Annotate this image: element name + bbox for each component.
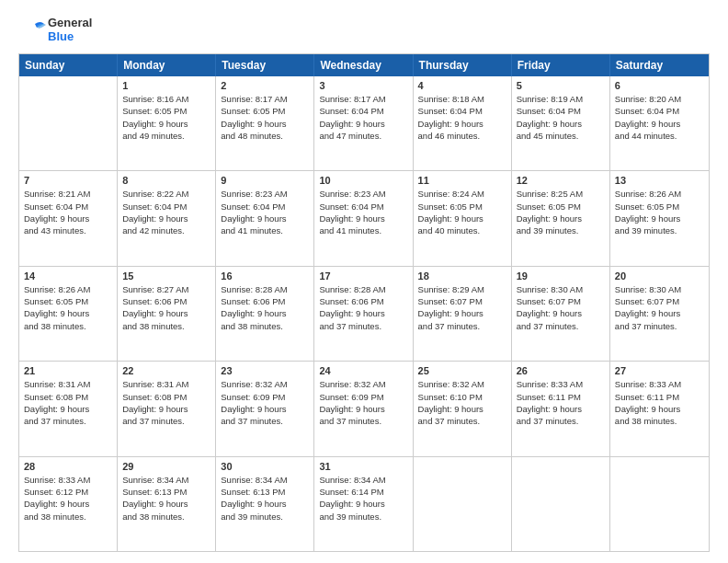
day-of-week-header: Monday (118, 54, 216, 76)
sunset-text: Sunset: 6:04 PM (319, 201, 407, 213)
daylight-line1: Daylight: 9 hours (615, 213, 704, 224)
sunset-text: Sunset: 6:04 PM (418, 105, 506, 117)
daylight-line1: Daylight: 9 hours (221, 118, 309, 130)
daylight-line2: and 37 minutes. (24, 415, 112, 427)
sunrise-text: Sunrise: 8:32 AM (221, 378, 309, 390)
daylight-line1: Daylight: 9 hours (122, 118, 210, 130)
day-number: 9 (221, 175, 309, 186)
sunset-text: Sunset: 6:07 PM (517, 295, 605, 307)
page: General Blue SundayMondayTuesdayWednesda… (0, 0, 728, 563)
daylight-line1: Daylight: 9 hours (122, 403, 210, 415)
daylight-line2: and 48 minutes. (221, 130, 309, 142)
calendar-cell: 31Sunrise: 8:34 AMSunset: 6:14 PMDayligh… (314, 457, 413, 551)
sunrise-text: Sunrise: 8:30 AM (615, 283, 704, 295)
day-number: 31 (319, 461, 407, 472)
daylight-line2: and 49 minutes. (122, 130, 210, 142)
calendar-cell: 19Sunrise: 8:30 AMSunset: 6:07 PMDayligh… (512, 267, 610, 361)
calendar-cell: 14Sunrise: 8:26 AMSunset: 6:05 PMDayligh… (19, 267, 118, 361)
day-number: 24 (319, 365, 407, 376)
calendar-week-row: 7Sunrise: 8:21 AMSunset: 6:04 PMDaylight… (19, 171, 709, 266)
calendar-cell: 24Sunrise: 8:32 AMSunset: 6:09 PMDayligh… (314, 362, 413, 455)
daylight-line2: and 39 minutes. (517, 224, 605, 236)
sunrise-text: Sunrise: 8:33 AM (24, 474, 112, 486)
calendar-cell: 29Sunrise: 8:34 AMSunset: 6:13 PMDayligh… (118, 457, 216, 551)
sunset-text: Sunset: 6:09 PM (319, 391, 407, 403)
daylight-line1: Daylight: 9 hours (615, 118, 704, 130)
logo: General Blue (18, 17, 92, 44)
daylight-line2: and 41 minutes. (221, 224, 309, 236)
daylight-line1: Daylight: 9 hours (221, 403, 309, 415)
day-of-week-header: Thursday (414, 54, 512, 76)
sunset-text: Sunset: 6:04 PM (24, 201, 112, 213)
sunset-text: Sunset: 6:06 PM (319, 295, 407, 307)
day-number: 25 (418, 365, 506, 376)
daylight-line1: Daylight: 9 hours (418, 403, 506, 415)
day-number: 5 (517, 80, 605, 91)
day-number: 7 (24, 175, 112, 186)
calendar-cell (512, 457, 610, 551)
daylight-line2: and 39 minutes. (319, 511, 407, 523)
daylight-line1: Daylight: 9 hours (122, 307, 210, 319)
calendar-cell: 16Sunrise: 8:28 AMSunset: 6:06 PMDayligh… (216, 267, 314, 361)
sunrise-text: Sunrise: 8:23 AM (319, 188, 407, 200)
calendar: SundayMondayTuesdayWednesdayThursdayFrid… (18, 53, 710, 552)
daylight-line1: Daylight: 9 hours (221, 307, 309, 319)
sunrise-text: Sunrise: 8:34 AM (122, 474, 210, 486)
day-of-week-header: Friday (512, 54, 610, 76)
daylight-line2: and 46 minutes. (418, 130, 506, 142)
calendar-cell: 23Sunrise: 8:32 AMSunset: 6:09 PMDayligh… (216, 362, 314, 455)
sunset-text: Sunset: 6:05 PM (418, 201, 506, 213)
daylight-line2: and 38 minutes. (24, 320, 112, 332)
logo-line1: General (48, 17, 92, 30)
daylight-line2: and 45 minutes. (517, 130, 605, 142)
calendar-cell: 10Sunrise: 8:23 AMSunset: 6:04 PMDayligh… (314, 171, 413, 265)
sunrise-text: Sunrise: 8:19 AM (517, 93, 605, 105)
daylight-line1: Daylight: 9 hours (418, 118, 506, 130)
calendar-cell: 20Sunrise: 8:30 AMSunset: 6:07 PMDayligh… (610, 267, 709, 361)
sunrise-text: Sunrise: 8:31 AM (24, 378, 112, 390)
day-number: 21 (24, 365, 112, 376)
daylight-line2: and 37 minutes. (122, 415, 210, 427)
calendar-cell: 5Sunrise: 8:19 AMSunset: 6:04 PMDaylight… (512, 76, 610, 170)
sunset-text: Sunset: 6:12 PM (24, 486, 112, 498)
sunrise-text: Sunrise: 8:34 AM (319, 474, 407, 486)
daylight-line2: and 37 minutes. (319, 320, 407, 332)
day-number: 20 (615, 270, 704, 282)
sunset-text: Sunset: 6:04 PM (319, 105, 407, 117)
sunrise-text: Sunrise: 8:22 AM (122, 188, 210, 200)
day-number: 3 (319, 80, 407, 91)
daylight-line2: and 44 minutes. (615, 130, 704, 142)
day-number: 1 (122, 80, 210, 91)
day-number: 27 (615, 365, 704, 376)
calendar-week-row: 1Sunrise: 8:16 AMSunset: 6:05 PMDaylight… (19, 76, 709, 171)
logo-line2: Blue (48, 30, 92, 44)
sunrise-text: Sunrise: 8:26 AM (24, 283, 112, 295)
sunrise-text: Sunrise: 8:23 AM (221, 188, 309, 200)
sunset-text: Sunset: 6:14 PM (319, 486, 407, 498)
daylight-line2: and 47 minutes. (319, 130, 407, 142)
calendar-cell: 3Sunrise: 8:17 AMSunset: 6:04 PMDaylight… (314, 76, 413, 170)
sunset-text: Sunset: 6:11 PM (517, 391, 605, 403)
sunset-text: Sunset: 6:05 PM (122, 105, 210, 117)
day-number: 26 (517, 365, 605, 376)
calendar-cell: 2Sunrise: 8:17 AMSunset: 6:05 PMDaylight… (216, 76, 314, 170)
daylight-line1: Daylight: 9 hours (319, 213, 407, 224)
calendar-cell: 26Sunrise: 8:33 AMSunset: 6:11 PMDayligh… (512, 362, 610, 455)
calendar-cell: 13Sunrise: 8:26 AMSunset: 6:05 PMDayligh… (610, 171, 709, 265)
daylight-line1: Daylight: 9 hours (517, 403, 605, 415)
sunset-text: Sunset: 6:04 PM (615, 105, 704, 117)
calendar-cell: 9Sunrise: 8:23 AMSunset: 6:04 PMDaylight… (216, 171, 314, 265)
daylight-line1: Daylight: 9 hours (517, 307, 605, 319)
day-number: 18 (418, 270, 506, 282)
sunset-text: Sunset: 6:06 PM (221, 295, 309, 307)
sunrise-text: Sunrise: 8:18 AM (418, 93, 506, 105)
daylight-line1: Daylight: 9 hours (319, 118, 407, 130)
daylight-line1: Daylight: 9 hours (24, 403, 112, 415)
daylight-line2: and 40 minutes. (418, 224, 506, 236)
calendar-cell (414, 457, 512, 551)
day-number: 12 (517, 175, 605, 186)
calendar-cell: 25Sunrise: 8:32 AMSunset: 6:10 PMDayligh… (414, 362, 512, 455)
day-number: 22 (122, 365, 210, 376)
day-number: 10 (319, 175, 407, 186)
sunset-text: Sunset: 6:04 PM (517, 105, 605, 117)
